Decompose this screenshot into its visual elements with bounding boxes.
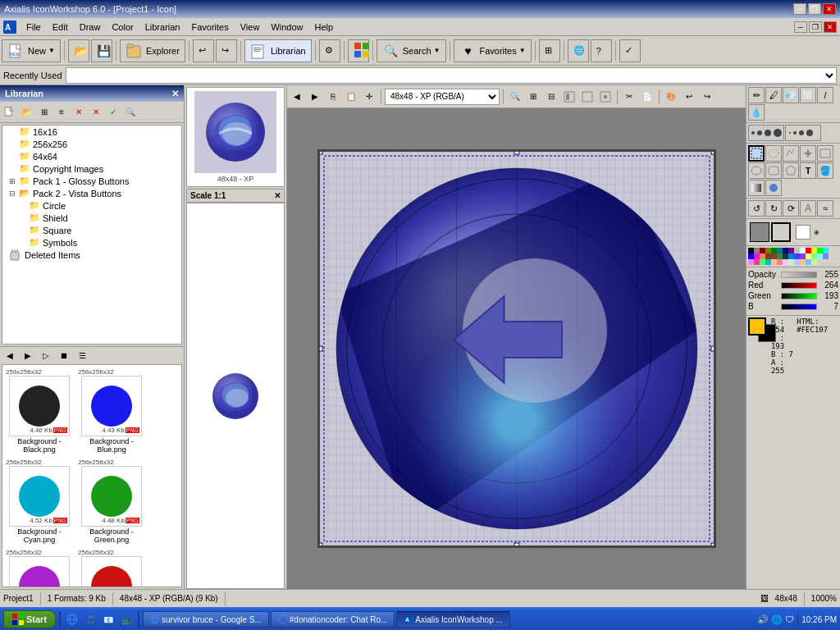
canvas-mode1-btn[interactable] bbox=[561, 89, 578, 105]
color-cell[interactable] bbox=[748, 259, 754, 265]
search-dropdown-arrow[interactable]: ▼ bbox=[434, 47, 441, 54]
opacity-slider[interactable] bbox=[781, 272, 817, 278]
foreground-color-swatch[interactable] bbox=[748, 317, 766, 336]
color-cell[interactable] bbox=[754, 259, 760, 265]
color-cell[interactable] bbox=[783, 259, 788, 265]
favorites-dropdown-arrow[interactable]: ▼ bbox=[519, 47, 526, 54]
restore-button[interactable]: ❐ bbox=[808, 3, 821, 15]
color-cell[interactable] bbox=[777, 253, 783, 259]
canvas-prev-btn[interactable]: ◀ bbox=[289, 89, 305, 105]
canvas-move-btn[interactable]: ✛ bbox=[361, 89, 377, 105]
menu-edit[interactable]: Edit bbox=[48, 21, 73, 34]
tool-text2[interactable]: A bbox=[800, 200, 816, 217]
tool-text[interactable]: T bbox=[800, 162, 816, 179]
tool-gradient[interactable] bbox=[748, 180, 765, 196]
color-cell[interactable] bbox=[806, 259, 811, 265]
menu-color[interactable]: Color bbox=[107, 21, 138, 34]
view1-button[interactable]: ⊞ bbox=[539, 39, 560, 62]
lib-delete2-btn[interactable]: ✕ bbox=[88, 103, 104, 120]
undo-button[interactable]: ↩ bbox=[193, 39, 214, 62]
file-item-red[interactable]: 256x256x32 4.62 Kb PNG Background -Red.p… bbox=[76, 547, 147, 587]
new-dropdown-arrow[interactable]: ▼ bbox=[48, 47, 55, 54]
color-cell[interactable] bbox=[794, 248, 800, 253]
color-cell[interactable] bbox=[748, 253, 754, 259]
color-alpha-btn[interactable] bbox=[796, 225, 810, 240]
tool-rounded-rect[interactable] bbox=[765, 162, 782, 179]
save-button[interactable]: 💾 bbox=[91, 39, 112, 62]
tree-item-16x16[interactable]: 📁 16x16 bbox=[2, 126, 181, 138]
tool-line[interactable]: / bbox=[817, 87, 833, 103]
color-cell[interactable] bbox=[783, 248, 788, 253]
canvas-paste-btn[interactable]: 📋 bbox=[343, 89, 359, 105]
color-cell[interactable] bbox=[777, 248, 783, 253]
tree-item-64x64[interactable]: 📁 64x64 bbox=[2, 150, 181, 162]
tree-item-pack1[interactable]: ⊞ 📁 Pack 1 - Glossy Buttons bbox=[2, 175, 181, 187]
tool-select-magic[interactable] bbox=[800, 145, 816, 162]
color-cell[interactable] bbox=[754, 248, 760, 253]
internet-button[interactable]: 🌐 bbox=[568, 39, 589, 62]
lib-delete-btn[interactable]: ✕ bbox=[71, 103, 87, 120]
color-cell[interactable] bbox=[760, 259, 765, 265]
color-cell[interactable] bbox=[771, 248, 777, 253]
tool-pencil[interactable]: ✏ bbox=[748, 87, 765, 103]
color-cell[interactable] bbox=[811, 248, 817, 253]
canvas-redo-btn[interactable]: ↪ bbox=[699, 89, 715, 105]
quicklaunch-ie[interactable] bbox=[64, 611, 80, 628]
submit-button[interactable]: ✓ bbox=[619, 39, 641, 62]
color-cell[interactable] bbox=[765, 253, 771, 259]
canvas-zoom-in-btn[interactable]: 🔍 bbox=[507, 89, 523, 105]
tool-rotate-left[interactable]: ↺ bbox=[748, 200, 765, 217]
search-button[interactable]: 🔍 Search ▼ bbox=[377, 39, 446, 62]
color-cell[interactable] bbox=[800, 259, 806, 265]
menu-librarian[interactable]: Librarian bbox=[140, 21, 185, 34]
tool-rotate-right[interactable]: ↻ bbox=[765, 200, 782, 217]
tool-polygon[interactable] bbox=[783, 162, 799, 179]
lib-nav-next[interactable]: ▶ bbox=[20, 348, 36, 364]
color-cell[interactable] bbox=[788, 253, 794, 259]
color-outline-btn[interactable] bbox=[771, 222, 791, 242]
help-button[interactable]: ? bbox=[591, 39, 612, 62]
color-cell[interactable] bbox=[823, 253, 829, 259]
tree-item-copyright[interactable]: 📁 Copyright Images bbox=[2, 162, 181, 175]
taskbar-item-axialis[interactable]: A Axialis IconWorkshop ... bbox=[396, 611, 510, 628]
tool-dots2[interactable] bbox=[785, 125, 821, 141]
canvas-cut-btn[interactable]: ✂ bbox=[621, 89, 637, 105]
quicklaunch-media[interactable]: 🎵 bbox=[82, 611, 98, 628]
canvas-next-btn[interactable]: ▶ bbox=[307, 89, 323, 105]
color-cell[interactable] bbox=[788, 248, 794, 253]
tree-item-square[interactable]: 📁 Square bbox=[2, 224, 181, 236]
tool-select-free[interactable] bbox=[783, 145, 799, 162]
tree-item-symbols[interactable]: 📁 Symbols bbox=[2, 236, 181, 249]
lib-nav-list[interactable]: ☰ bbox=[74, 348, 90, 364]
taskbar-item-google[interactable]: survivor bruce - Google S... bbox=[143, 611, 269, 628]
menu-file[interactable]: File bbox=[21, 21, 46, 34]
lib-nav-prev[interactable]: ◀ bbox=[2, 348, 18, 364]
color-cell[interactable] bbox=[771, 253, 777, 259]
color-cell[interactable] bbox=[777, 259, 783, 265]
color-cell[interactable] bbox=[806, 248, 811, 253]
format-combo[interactable]: 48x48 - XP (RGB/A) 32x32 - XP (RGB/A) 16… bbox=[385, 89, 500, 105]
favorites-button[interactable]: ♥ Favorites ▼ bbox=[454, 39, 532, 62]
canvas-main[interactable] bbox=[287, 108, 746, 589]
tool-brush[interactable]: 🖊 bbox=[765, 87, 782, 103]
tool-airbrush[interactable]: 💨 bbox=[783, 87, 799, 103]
color-cell[interactable] bbox=[765, 248, 771, 253]
app-restore-button[interactable]: ❐ bbox=[809, 21, 822, 33]
recently-used-combo[interactable] bbox=[66, 67, 837, 84]
file-item-green[interactable]: 256x256x32 4.48 Kb PNG Background -Green… bbox=[76, 457, 147, 546]
green-slider[interactable] bbox=[781, 293, 817, 299]
tool-fill[interactable]: 🪣 bbox=[817, 162, 833, 179]
tool-colorpick[interactable]: 💧 bbox=[748, 104, 765, 121]
tool-rect[interactable] bbox=[817, 145, 833, 162]
color-cell[interactable] bbox=[794, 259, 800, 265]
color-cell[interactable] bbox=[794, 253, 800, 259]
color-cell[interactable] bbox=[817, 248, 823, 253]
close-button[interactable]: ✕ bbox=[823, 3, 836, 15]
color-cell[interactable] bbox=[788, 259, 794, 265]
color-cell[interactable] bbox=[811, 253, 817, 259]
color-cell[interactable] bbox=[811, 259, 817, 265]
tree-item-pack2[interactable]: ⊟ 📂 Pack 2 - Vista Buttons bbox=[2, 187, 181, 199]
lib-open-btn[interactable]: 📂 bbox=[19, 103, 35, 120]
scale-close-btn[interactable]: ✕ bbox=[274, 191, 281, 200]
librarian-close-button[interactable]: ✕ bbox=[171, 89, 179, 99]
